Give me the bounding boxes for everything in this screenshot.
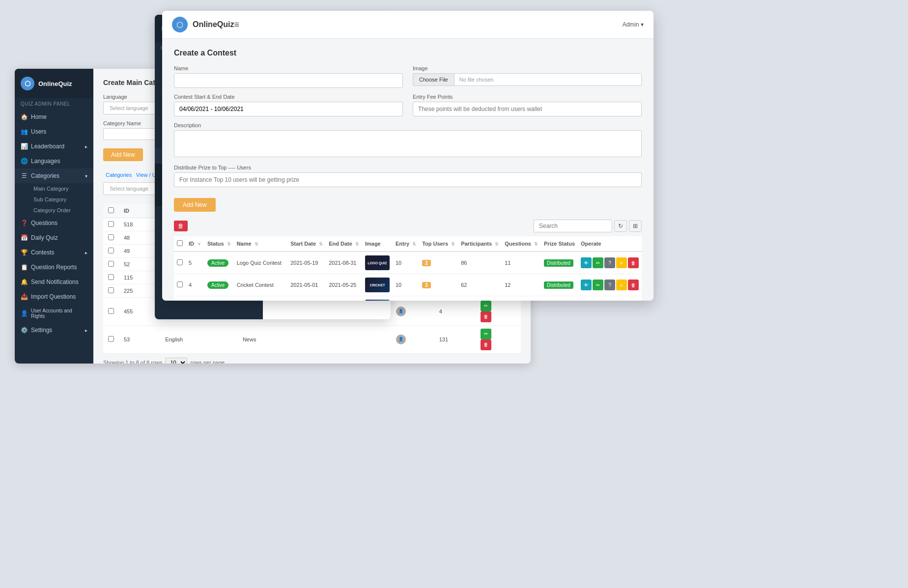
admin-menu-front[interactable]: Admin ▾ — [623, 21, 644, 28]
row-id-back: 48 — [119, 231, 160, 245]
row-avatar-back: 👤 — [396, 307, 406, 316]
delete-btn-back[interactable]: 🗑 — [481, 339, 491, 350]
view-btn-front[interactable]: 👁 — [581, 280, 592, 290]
chevron-down-icon-back: ▾ — [85, 173, 87, 179]
row-checkbox-front[interactable] — [177, 281, 183, 287]
view-btn-front[interactable]: 👁 — [581, 257, 592, 268]
col-entry-front[interactable]: Entry ⇅ — [393, 236, 419, 252]
sidebar-item-leaderboard-back[interactable]: 📊 Leaderboard ▸ — [15, 139, 93, 154]
form-row-2: Contest Start & End Date Entry Fee Point… — [174, 94, 642, 116]
sort-icon-id: ▼ — [197, 242, 201, 247]
col-participants-front[interactable]: Participants ⇅ — [458, 236, 502, 252]
rows-per-page-select-back[interactable]: 10 — [165, 358, 187, 364]
row-checkbox-back[interactable] — [108, 274, 114, 280]
sidebar-item-import-back[interactable]: 📥 Import Questions — [15, 289, 93, 304]
sort-icon-status: ⇅ — [227, 242, 231, 247]
sidebar-item-notifications-back[interactable]: 🔔 Send Notifications — [15, 275, 93, 289]
row-checkbox-front[interactable] — [177, 259, 183, 265]
col-id-front[interactable]: ID ▼ — [186, 236, 204, 252]
name-col: Name — [174, 65, 403, 88]
col-name-front[interactable]: Name ⇅ — [234, 236, 288, 252]
add-new-button-back[interactable]: Add New — [103, 148, 143, 161]
row-id-front: 4 — [186, 274, 204, 296]
edit-btn-front[interactable]: ✏ — [593, 257, 603, 268]
select-all-checkbox-back[interactable] — [108, 207, 114, 213]
edit-btn-back[interactable]: ✏ — [481, 329, 491, 339]
delete-btn-front[interactable]: 🗑 — [628, 280, 639, 290]
questions-btn-front[interactable]: ? — [604, 257, 615, 268]
sidebar-item-languages-back[interactable]: 🌐 Languages — [15, 154, 93, 168]
sort-icon-end: ⇅ — [355, 242, 359, 247]
row-checkbox-back[interactable] — [108, 287, 114, 293]
delete-btn-front[interactable]: 🗑 — [628, 257, 639, 268]
table-footer-back: Showing 1 to 8 of 8 rows 10 rows per pag… — [103, 358, 521, 364]
table-actions-row: 👁 ✏ ? ≡ 🗑 — [581, 257, 639, 268]
sidebar-item-users-back[interactable]: 👥 Users — [15, 124, 93, 139]
sort-icon-questions: ⇅ — [534, 242, 538, 247]
row-checkbox-back[interactable] — [108, 221, 114, 227]
showing-text-back: Showing 1 to 8 of 8 rows — [103, 360, 162, 364]
sidebar-item-question-reports-back[interactable]: 📋 Question Reports — [15, 260, 93, 275]
grid-toggle-button-front[interactable]: ⊞ — [629, 220, 642, 232]
col-end-date-front[interactable]: End Date ⇅ — [326, 236, 362, 252]
search-input-front[interactable] — [534, 220, 612, 232]
description-textarea[interactable] — [174, 130, 642, 157]
categories-icon-back: ☰ — [21, 172, 28, 179]
image-label: Image — [413, 65, 642, 71]
hamburger-icon-front[interactable]: ≡ — [234, 20, 239, 30]
row-checkbox-back[interactable] — [108, 261, 114, 267]
row-questions-front: 12 — [502, 274, 541, 296]
row-checkbox-back[interactable] — [108, 234, 114, 240]
sidebar-item-contests-back[interactable]: 🏆 Contests ▸ — [15, 245, 93, 260]
questions-btn-front[interactable]: ? — [604, 280, 615, 290]
copy-btn-front[interactable]: ≡ — [616, 280, 627, 290]
row-checkbox-back[interactable] — [108, 336, 114, 342]
table-row: 5 Active Logo Quiz Contest 2021-05-19 20… — [174, 252, 642, 274]
choose-file-btn[interactable]: Choose File — [413, 73, 454, 86]
logo-icon-front: ⬡ — [172, 17, 188, 32]
submenu-category-order-back[interactable]: Category Order — [28, 205, 93, 216]
sidebar-item-categories-back[interactable]: ☰ Categories ▾ — [15, 168, 93, 183]
entry-fee-input[interactable] — [413, 102, 642, 116]
row-checkbox-back[interactable] — [108, 248, 114, 253]
sidebar-label-notifications-back: Send Notifications — [31, 279, 79, 285]
sidebar-label-users-back: Users — [31, 128, 46, 135]
sidebar-item-settings-back[interactable]: ⚙️ Settings ▸ — [15, 323, 93, 337]
sidebar-item-daily-quiz-back[interactable]: 📅 Daily Quiz — [15, 230, 93, 245]
distribute-input[interactable] — [174, 172, 642, 187]
col-status-front[interactable]: Status ⇅ — [204, 236, 234, 252]
edit-btn-back[interactable]: ✏ — [481, 301, 491, 311]
sort-icon-name: ⇅ — [255, 242, 258, 247]
logo-area-back: ⬡ OnlineQuiz — [15, 69, 93, 98]
add-new-button-front[interactable]: Add New — [174, 198, 216, 212]
row-checkbox-back[interactable] — [108, 308, 114, 314]
form-row-4: Distribute Prize to Top ---- Users — [174, 165, 642, 187]
status-badge-front: Active — [207, 259, 228, 267]
row-name-front: Bollywood Movie Quiz Contest — [234, 296, 288, 301]
dates-input[interactable] — [174, 102, 403, 116]
copy-btn-front[interactable]: ≡ — [616, 257, 627, 268]
col-top-users-front[interactable]: Top Users ⇅ — [419, 236, 458, 252]
row-top-users-front: 2 — [422, 282, 431, 288]
sidebar-item-questions-back[interactable]: ❓ Questions — [15, 216, 93, 230]
col-start-date-front[interactable]: Start Date ⇅ — [287, 236, 326, 252]
delete-btn-back[interactable]: 🗑 — [481, 311, 491, 322]
row-count-back: 4 — [434, 298, 476, 326]
sidebar-label-daily-quiz-back: Daily Quiz — [31, 234, 58, 241]
prize-status-badge-front: Distributed — [544, 259, 573, 267]
col-questions-front[interactable]: Questions ⇅ — [502, 236, 541, 252]
submenu-main-category-back[interactable]: Main Category — [28, 183, 93, 194]
select-all-checkbox-front[interactable] — [177, 240, 183, 246]
table-controls-front: 🗑 ↻ ⊞ — [174, 220, 642, 232]
col-image-front: Image — [362, 236, 393, 252]
name-input[interactable] — [174, 73, 403, 88]
logo-area-front: ⬡ OnlineQuiz — [172, 17, 234, 32]
sidebar-item-home-back[interactable]: 🏠 Home — [15, 110, 93, 124]
admin-panel-label-back: Quiz Admin Panel — [15, 98, 93, 110]
refresh-button-front[interactable]: ↻ — [614, 220, 627, 232]
edit-btn-front[interactable]: ✏ — [593, 280, 603, 290]
submenu-sub-category-back[interactable]: Sub Category — [28, 194, 93, 205]
delete-selected-btn-front[interactable]: 🗑 — [174, 221, 188, 231]
distribute-col: Distribute Prize to Top ---- Users — [174, 165, 642, 187]
sidebar-item-accounts-back[interactable]: 👤 User Accounts and Rights — [15, 304, 93, 323]
